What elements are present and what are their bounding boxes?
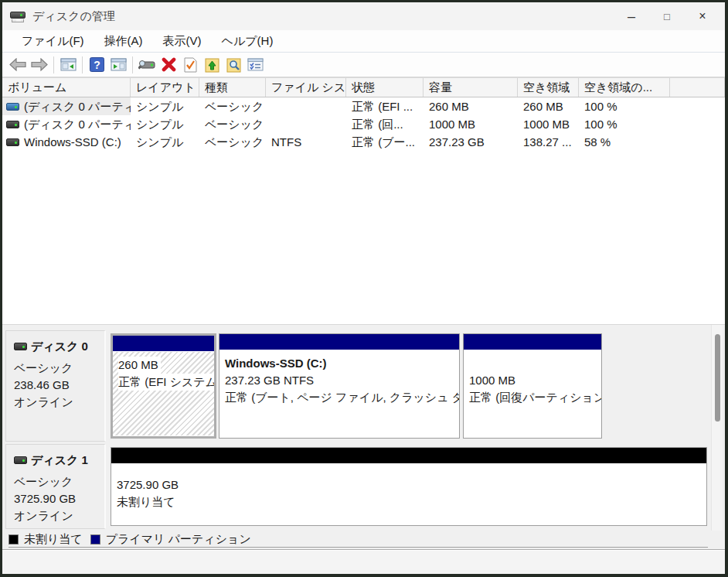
window-title: ディスクの管理 bbox=[32, 9, 115, 24]
partition-status: 正常 (回復パーティション) bbox=[469, 391, 601, 404]
volume-free: 138.27 ... bbox=[518, 133, 579, 151]
disk-management-window: ディスクの管理 – □ × ファイル(F) 操作(A) 表示(V) ヘルプ(H) bbox=[0, 0, 728, 577]
volume-drive-icon bbox=[6, 121, 19, 128]
show-action-pane-button[interactable] bbox=[107, 55, 129, 75]
partition-title: Windows-SSD (C:) bbox=[225, 357, 327, 370]
disk-1-canvas: 3725.90 GB 未割り当て bbox=[106, 444, 725, 529]
partition-status: 正常 (EFI システム / bbox=[118, 374, 214, 391]
mark-partition-button[interactable] bbox=[179, 55, 201, 75]
volume-free: 260 MB bbox=[518, 97, 579, 115]
legend-unallocated-label: 未割り当て bbox=[24, 532, 83, 547]
disk-icon bbox=[14, 456, 27, 464]
partition-windows-ssd[interactable]: Windows-SSD (C:) 237.23 GB NTFS 正常 (ブート,… bbox=[219, 333, 460, 439]
unallocated-swatch bbox=[9, 534, 19, 545]
show-console-tree-button[interactable] bbox=[57, 55, 79, 75]
column-type[interactable]: 種類 bbox=[199, 78, 266, 97]
open-button[interactable] bbox=[201, 55, 223, 75]
disk-status: オンライン bbox=[14, 394, 100, 411]
disk-status: オンライン bbox=[14, 507, 100, 524]
partition-recovery[interactable]: 1000 MB 正常 (回復パーティション) bbox=[463, 333, 602, 439]
maximize-button[interactable]: □ bbox=[649, 4, 685, 29]
document-check-icon bbox=[184, 57, 197, 73]
column-capacity[interactable]: 容量 bbox=[424, 78, 518, 97]
volume-status: 正常 (回... bbox=[346, 115, 424, 133]
volume-capacity: 1000 MB bbox=[424, 115, 518, 133]
volume-type: ベーシック bbox=[199, 115, 266, 133]
disk-drive-icon bbox=[10, 10, 26, 22]
svg-text:?: ? bbox=[94, 59, 100, 71]
forward-button[interactable] bbox=[29, 55, 50, 75]
legend-bar: 未割り当て プライマリ パーティション bbox=[2, 531, 725, 549]
column-free-space[interactable]: 空き領域 bbox=[518, 78, 579, 97]
folder-magnifier-icon bbox=[226, 57, 241, 73]
legend-primary-label: プライマリ パーティション bbox=[106, 532, 251, 547]
change-drive-letter-button[interactable] bbox=[136, 55, 158, 75]
console-tree-icon bbox=[60, 58, 77, 71]
column-layout[interactable]: レイアウト bbox=[131, 78, 199, 97]
disk-1-info[interactable]: ディスク 1 ベーシック 3725.90 GB オンライン bbox=[5, 444, 106, 529]
drive-lens-icon bbox=[138, 59, 155, 71]
volume-capacity: 237.23 GB bbox=[424, 133, 518, 151]
back-arrow-icon bbox=[9, 58, 26, 71]
volume-status: 正常 (ブー... bbox=[346, 133, 424, 151]
disk-size: 238.46 GB bbox=[14, 377, 100, 394]
partition-size: 1000 MB bbox=[469, 374, 515, 387]
table-row[interactable]: Windows-SSD (C:) シンプル ベーシック NTFS 正常 (ブー.… bbox=[2, 133, 725, 151]
partition-unallocated[interactable]: 3725.90 GB 未割り当て bbox=[111, 447, 707, 526]
volume-fs bbox=[266, 115, 346, 133]
disk-kind: ベーシック bbox=[14, 360, 100, 377]
properties-button[interactable] bbox=[244, 55, 266, 75]
volume-drive-icon bbox=[6, 138, 19, 146]
checklist-icon bbox=[247, 58, 264, 71]
help-button[interactable]: ? bbox=[86, 55, 107, 75]
folder-up-icon bbox=[205, 57, 219, 73]
close-button[interactable]: × bbox=[685, 4, 720, 29]
disk-name: ディスク 0 bbox=[31, 338, 88, 355]
partition-status: 正常 (ブート, ページ ファイル, クラッシュ ダンプ, ベー bbox=[225, 391, 459, 404]
disk-size: 3725.90 GB bbox=[14, 490, 100, 507]
column-blank bbox=[670, 78, 725, 97]
list-header: ボリューム レイアウト 種類 ファイル シス... 状態 容量 空き領域 空き領… bbox=[2, 77, 725, 97]
column-filesystem[interactable]: ファイル シス... bbox=[266, 78, 346, 97]
table-row[interactable]: (ディスク 0 パーティ... シンプル ベーシック 正常 (EFI ... 2… bbox=[2, 97, 725, 115]
column-free-percent[interactable]: 空き領域の... bbox=[579, 78, 670, 97]
menu-view[interactable]: 表示(V) bbox=[153, 31, 212, 52]
partition-size: 3725.90 GB bbox=[117, 478, 179, 491]
partition-efi[interactable]: 260 MB 正常 (EFI システム / bbox=[111, 333, 216, 439]
partition-color-bar bbox=[111, 448, 706, 464]
delete-volume-button[interactable] bbox=[158, 55, 179, 75]
table-row[interactable]: (ディスク 0 パーティ... シンプル ベーシック 正常 (回... 1000… bbox=[2, 115, 725, 133]
menu-action[interactable]: 操作(A) bbox=[94, 31, 153, 52]
partition-size: 260 MB bbox=[118, 357, 161, 374]
volume-layout: シンプル bbox=[131, 97, 199, 115]
menu-file[interactable]: ファイル(F) bbox=[12, 31, 94, 52]
volume-type: ベーシック bbox=[199, 97, 266, 115]
explore-button[interactable] bbox=[223, 55, 244, 75]
volume-free-pct: 58 % bbox=[579, 133, 670, 151]
menu-help[interactable]: ヘルプ(H) bbox=[212, 31, 284, 52]
scrollbar-thumb[interactable] bbox=[715, 334, 720, 422]
volume-free-pct: 100 % bbox=[579, 115, 670, 133]
back-button[interactable] bbox=[7, 55, 29, 75]
volume-list: ボリューム レイアウト 種類 ファイル シス... 状態 容量 空き領域 空き領… bbox=[2, 77, 725, 325]
volume-name: (ディスク 0 パーティ... bbox=[24, 115, 131, 133]
partition-color-bar bbox=[219, 334, 459, 350]
partition-color-bar bbox=[113, 336, 214, 352]
volume-layout: シンプル bbox=[131, 133, 199, 151]
partition-size: 237.23 GB NTFS bbox=[225, 374, 314, 387]
status-bar bbox=[2, 549, 725, 574]
volume-capacity: 260 MB bbox=[424, 97, 518, 115]
disk-0-info[interactable]: ディスク 0 ベーシック 238.46 GB オンライン bbox=[5, 330, 106, 442]
column-volume[interactable]: ボリューム bbox=[2, 78, 131, 97]
vertical-scrollbar[interactable] bbox=[711, 325, 723, 531]
column-status[interactable]: 状態 bbox=[346, 78, 424, 97]
title-bar: ディスクの管理 – □ × bbox=[2, 2, 725, 30]
disk-name: ディスク 1 bbox=[31, 452, 88, 469]
minimize-button[interactable]: – bbox=[614, 4, 649, 29]
disk-1-row: ディスク 1 ベーシック 3725.90 GB オンライン 3725.90 GB… bbox=[5, 444, 725, 529]
volume-drive-icon bbox=[6, 103, 19, 111]
volume-layout: シンプル bbox=[131, 115, 199, 133]
partition-status: 未割り当て bbox=[117, 495, 175, 508]
help-icon: ? bbox=[90, 57, 104, 72]
primary-partition-swatch bbox=[90, 534, 100, 545]
